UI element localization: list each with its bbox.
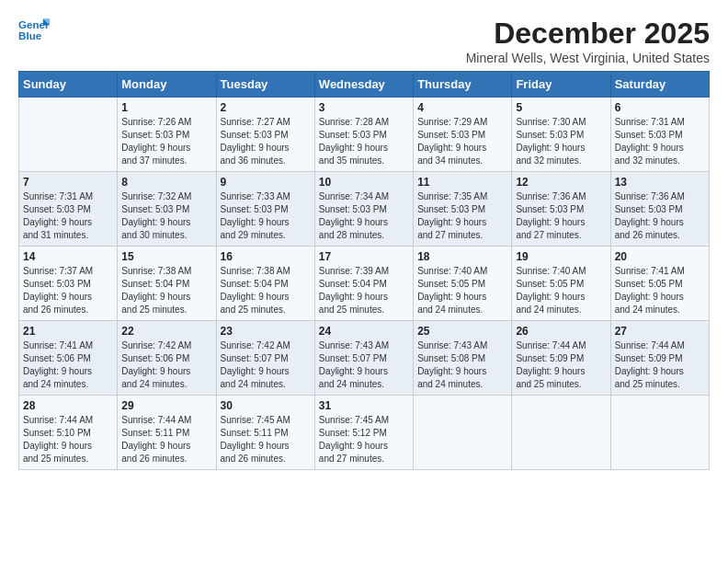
page-container: General Blue December 2025 Mineral Wells… — [0, 0, 728, 479]
day-number: 26 — [516, 325, 606, 338]
day-number: 10 — [319, 176, 409, 189]
day-info: Sunrise: 7:26 AM Sunset: 5:03 PM Dayligh… — [121, 116, 211, 167]
week-row-5: 28Sunrise: 7:44 AM Sunset: 5:10 PM Dayli… — [19, 396, 710, 470]
day-cell: 28Sunrise: 7:44 AM Sunset: 5:10 PM Dayli… — [19, 396, 118, 470]
day-cell — [414, 396, 512, 470]
day-cell: 25Sunrise: 7:43 AM Sunset: 5:08 PM Dayli… — [414, 321, 512, 396]
day-number: 24 — [319, 325, 409, 338]
day-info: Sunrise: 7:38 AM Sunset: 5:04 PM Dayligh… — [221, 265, 311, 316]
day-info: Sunrise: 7:33 AM Sunset: 5:03 PM Dayligh… — [221, 190, 311, 242]
day-info: Sunrise: 7:44 AM Sunset: 5:11 PM Dayligh… — [121, 414, 211, 465]
day-number: 12 — [516, 176, 606, 189]
calendar: SundayMondayTuesdayWednesdayThursdayFrid… — [18, 71, 710, 470]
day-number: 21 — [23, 325, 113, 338]
logo-icon: General Blue — [18, 17, 50, 42]
day-cell — [19, 98, 118, 172]
day-info: Sunrise: 7:43 AM Sunset: 5:08 PM Dayligh… — [417, 339, 507, 391]
day-info: Sunrise: 7:41 AM Sunset: 5:05 PM Dayligh… — [615, 265, 705, 316]
day-cell: 23Sunrise: 7:42 AM Sunset: 5:07 PM Dayli… — [216, 321, 314, 396]
day-cell: 30Sunrise: 7:45 AM Sunset: 5:11 PM Dayli… — [216, 396, 314, 470]
day-info: Sunrise: 7:34 AM Sunset: 5:03 PM Dayligh… — [319, 190, 409, 242]
day-number: 18 — [417, 250, 507, 263]
week-row-1: 1Sunrise: 7:26 AM Sunset: 5:03 PM Daylig… — [19, 98, 710, 172]
day-info: Sunrise: 7:43 AM Sunset: 5:07 PM Dayligh… — [319, 339, 409, 391]
day-info: Sunrise: 7:30 AM Sunset: 5:03 PM Dayligh… — [516, 116, 606, 167]
day-info: Sunrise: 7:35 AM Sunset: 5:03 PM Dayligh… — [417, 190, 507, 242]
day-info: Sunrise: 7:42 AM Sunset: 5:07 PM Dayligh… — [221, 339, 311, 391]
week-row-2: 7Sunrise: 7:31 AM Sunset: 5:03 PM Daylig… — [19, 172, 710, 247]
day-number: 17 — [319, 250, 409, 263]
day-cell: 13Sunrise: 7:36 AM Sunset: 5:03 PM Dayli… — [610, 172, 709, 247]
day-cell: 22Sunrise: 7:42 AM Sunset: 5:06 PM Dayli… — [118, 321, 216, 396]
day-cell: 5Sunrise: 7:30 AM Sunset: 5:03 PM Daylig… — [512, 98, 610, 172]
week-row-3: 14Sunrise: 7:37 AM Sunset: 5:03 PM Dayli… — [19, 247, 710, 321]
day-number: 22 — [121, 325, 211, 338]
day-info: Sunrise: 7:37 AM Sunset: 5:03 PM Dayligh… — [23, 265, 113, 316]
day-number: 27 — [615, 325, 705, 338]
day-cell: 6Sunrise: 7:31 AM Sunset: 5:03 PM Daylig… — [610, 98, 709, 172]
weekday-header-monday: Monday — [118, 72, 216, 98]
weekday-header-saturday: Saturday — [610, 72, 709, 98]
day-number: 13 — [615, 176, 705, 189]
day-info: Sunrise: 7:40 AM Sunset: 5:05 PM Dayligh… — [417, 265, 507, 316]
day-cell: 20Sunrise: 7:41 AM Sunset: 5:05 PM Dayli… — [610, 247, 709, 321]
day-cell — [610, 396, 709, 470]
day-cell: 8Sunrise: 7:32 AM Sunset: 5:03 PM Daylig… — [118, 172, 216, 247]
day-number: 9 — [221, 176, 311, 189]
weekday-header-sunday: Sunday — [19, 72, 118, 98]
day-info: Sunrise: 7:32 AM Sunset: 5:03 PM Dayligh… — [121, 190, 211, 242]
day-cell: 24Sunrise: 7:43 AM Sunset: 5:07 PM Dayli… — [314, 321, 413, 396]
week-row-4: 21Sunrise: 7:41 AM Sunset: 5:06 PM Dayli… — [19, 321, 710, 396]
day-info: Sunrise: 7:36 AM Sunset: 5:03 PM Dayligh… — [516, 190, 606, 242]
day-info: Sunrise: 7:45 AM Sunset: 5:11 PM Dayligh… — [221, 414, 311, 465]
header: General Blue December 2025 Mineral Wells… — [18, 17, 710, 65]
day-cell — [512, 396, 610, 470]
day-cell: 3Sunrise: 7:28 AM Sunset: 5:03 PM Daylig… — [314, 98, 413, 172]
weekday-header-friday: Friday — [512, 72, 610, 98]
day-cell: 17Sunrise: 7:39 AM Sunset: 5:04 PM Dayli… — [314, 247, 413, 321]
day-cell: 14Sunrise: 7:37 AM Sunset: 5:03 PM Dayli… — [19, 247, 118, 321]
day-cell: 29Sunrise: 7:44 AM Sunset: 5:11 PM Dayli… — [118, 396, 216, 470]
title-block: December 2025 Mineral Wells, West Virgin… — [466, 17, 710, 65]
day-cell: 16Sunrise: 7:38 AM Sunset: 5:04 PM Dayli… — [216, 247, 314, 321]
day-cell: 19Sunrise: 7:40 AM Sunset: 5:05 PM Dayli… — [512, 247, 610, 321]
day-number: 7 — [23, 176, 113, 189]
day-number: 4 — [417, 101, 507, 114]
day-number: 11 — [417, 176, 507, 189]
day-info: Sunrise: 7:45 AM Sunset: 5:12 PM Dayligh… — [319, 414, 409, 465]
day-number: 19 — [516, 250, 606, 263]
day-info: Sunrise: 7:44 AM Sunset: 5:10 PM Dayligh… — [23, 414, 113, 465]
day-number: 1 — [121, 101, 211, 114]
svg-text:Blue: Blue — [18, 29, 42, 41]
day-cell: 11Sunrise: 7:35 AM Sunset: 5:03 PM Dayli… — [414, 172, 512, 247]
day-number: 20 — [615, 250, 705, 263]
day-cell: 10Sunrise: 7:34 AM Sunset: 5:03 PM Dayli… — [314, 172, 413, 247]
day-cell: 1Sunrise: 7:26 AM Sunset: 5:03 PM Daylig… — [118, 98, 216, 172]
day-info: Sunrise: 7:31 AM Sunset: 5:03 PM Dayligh… — [615, 116, 705, 167]
day-number: 25 — [417, 325, 507, 338]
day-info: Sunrise: 7:42 AM Sunset: 5:06 PM Dayligh… — [121, 339, 211, 391]
day-info: Sunrise: 7:29 AM Sunset: 5:03 PM Dayligh… — [417, 116, 507, 167]
day-cell: 27Sunrise: 7:44 AM Sunset: 5:09 PM Dayli… — [610, 321, 709, 396]
day-cell: 18Sunrise: 7:40 AM Sunset: 5:05 PM Dayli… — [414, 247, 512, 321]
month-title: December 2025 — [466, 17, 710, 51]
day-number: 5 — [516, 101, 606, 114]
day-info: Sunrise: 7:28 AM Sunset: 5:03 PM Dayligh… — [319, 116, 409, 167]
day-cell: 26Sunrise: 7:44 AM Sunset: 5:09 PM Dayli… — [512, 321, 610, 396]
day-cell: 12Sunrise: 7:36 AM Sunset: 5:03 PM Dayli… — [512, 172, 610, 247]
day-cell: 7Sunrise: 7:31 AM Sunset: 5:03 PM Daylig… — [19, 172, 118, 247]
day-cell: 15Sunrise: 7:38 AM Sunset: 5:04 PM Dayli… — [118, 247, 216, 321]
day-cell: 2Sunrise: 7:27 AM Sunset: 5:03 PM Daylig… — [216, 98, 314, 172]
weekday-header-thursday: Thursday — [414, 72, 512, 98]
day-number: 28 — [23, 399, 113, 412]
day-info: Sunrise: 7:44 AM Sunset: 5:09 PM Dayligh… — [615, 339, 705, 391]
weekday-header-row: SundayMondayTuesdayWednesdayThursdayFrid… — [19, 72, 710, 98]
weekday-header-tuesday: Tuesday — [216, 72, 314, 98]
weekday-header-wednesday: Wednesday — [314, 72, 413, 98]
day-number: 30 — [221, 399, 311, 412]
day-cell: 31Sunrise: 7:45 AM Sunset: 5:12 PM Dayli… — [314, 396, 413, 470]
day-number: 3 — [319, 101, 409, 114]
day-info: Sunrise: 7:41 AM Sunset: 5:06 PM Dayligh… — [23, 339, 113, 391]
day-info: Sunrise: 7:31 AM Sunset: 5:03 PM Dayligh… — [23, 190, 113, 242]
day-info: Sunrise: 7:44 AM Sunset: 5:09 PM Dayligh… — [516, 339, 606, 391]
